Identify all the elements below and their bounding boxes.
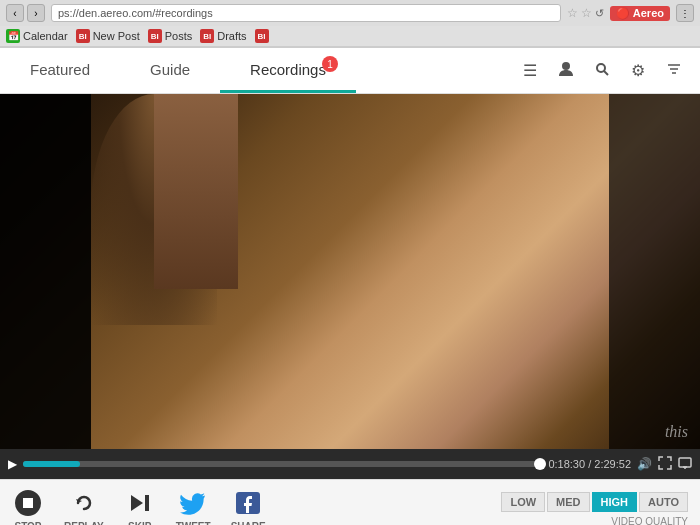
list-view-button[interactable]: ☰ <box>514 55 546 87</box>
svg-rect-10 <box>145 495 149 511</box>
video-frame: this <box>0 94 700 449</box>
quality-med-button[interactable]: MED <box>547 492 589 512</box>
time-total: 2:29:52 <box>594 458 631 470</box>
app-header: Featured Guide Recordings 1 ☰ <box>0 48 700 94</box>
volume-button[interactable]: 🔊 <box>637 457 652 471</box>
bottom-controls: STOP REPLAY SKIP <box>0 479 700 525</box>
play-button[interactable]: ▶ <box>8 457 17 471</box>
replay-label: REPLAY <box>64 521 104 525</box>
search-button[interactable] <box>586 55 618 87</box>
quality-label: VIDEO QUALITY <box>611 516 688 525</box>
svg-point-0 <box>562 62 570 70</box>
progress-bar[interactable] <box>23 461 542 467</box>
forward-button[interactable]: › <box>27 4 45 22</box>
quality-controls: LOW MED HIGH AUTO VIDEO QUALITY <box>501 492 688 525</box>
gear-icon: ⚙ <box>631 61 645 80</box>
progress-fill <box>23 461 80 467</box>
bookmark-newpost[interactable]: BI New Post <box>76 29 140 43</box>
quality-low-button[interactable]: LOW <box>501 492 545 512</box>
svg-line-2 <box>604 71 608 75</box>
time-current: 0:18:30 <box>548 458 585 470</box>
browser-nav-buttons: ‹ › <box>6 4 45 22</box>
filter-icon <box>666 61 682 81</box>
calendar-bookmark-icon: 📅 <box>6 29 20 43</box>
search-icon <box>594 61 610 81</box>
user-icon: 🔴 <box>616 7 630 19</box>
person-icon <box>557 60 575 82</box>
replay-button-group[interactable]: REPLAY <box>64 487 104 525</box>
recordings-badge: 1 <box>322 56 338 72</box>
newpost-bookmark-icon: BI <box>76 29 90 43</box>
time-display: 0:18:30 / 2:29:52 <box>548 458 631 470</box>
fullscreen-button[interactable] <box>658 456 672 473</box>
cast-button[interactable] <box>678 456 692 473</box>
list-icon: ☰ <box>523 61 537 80</box>
bookmark-newpost-label: New Post <box>93 30 140 42</box>
svg-rect-6 <box>679 458 691 467</box>
star-area: ☆ ☆ ↺ <box>567 6 604 20</box>
quality-buttons: LOW MED HIGH AUTO <box>501 492 688 512</box>
video-still <box>0 94 700 449</box>
settings-button[interactable]: ⚙ <box>622 55 654 87</box>
quality-auto-button[interactable]: AUTO <box>639 492 688 512</box>
star-icon-2[interactable]: ☆ <box>581 6 592 20</box>
skip-icon <box>124 487 156 519</box>
bookmark-drafts-label: Drafts <box>217 30 246 42</box>
stop-square <box>23 498 33 508</box>
video-controls-bar: ▶ 0:18:30 / 2:29:52 🔊 <box>0 449 700 479</box>
account-button[interactable] <box>550 55 582 87</box>
svg-marker-9 <box>131 495 143 511</box>
quality-high-button[interactable]: HIGH <box>592 492 638 512</box>
share-button-group[interactable]: SHARE <box>231 487 266 525</box>
bookmark-calendar[interactable]: 📅 Calendar <box>6 29 68 43</box>
url-bar[interactable]: ps://den.aereo.com/#recordings <box>51 4 561 22</box>
tab-featured[interactable]: Featured <box>0 48 120 93</box>
tweet-button-group[interactable]: TWEET <box>176 487 211 525</box>
user-badge[interactable]: 🔴 Aereo <box>610 6 670 21</box>
skip-label: SKIP <box>128 521 151 525</box>
playback-buttons: STOP REPLAY SKIP <box>12 487 266 525</box>
back-button[interactable]: ‹ <box>6 4 24 22</box>
stop-button-group[interactable]: STOP <box>12 487 44 525</box>
tweet-icon <box>177 487 209 519</box>
tweet-label: TWEET <box>176 521 211 525</box>
tab-guide[interactable]: Guide <box>120 48 220 93</box>
refresh-button[interactable]: ↺ <box>595 7 604 20</box>
share-label: SHARE <box>231 521 266 525</box>
network-bug: this <box>665 423 688 441</box>
stop-icon <box>12 487 44 519</box>
browser-chrome: ‹ › ps://den.aereo.com/#recordings ☆ ☆ ↺… <box>0 0 700 48</box>
posts-bookmark-icon: BI <box>148 29 162 43</box>
progress-thumb <box>534 458 546 470</box>
bookmark-posts-label: Posts <box>165 30 193 42</box>
replay-icon <box>68 487 100 519</box>
stop-circle <box>15 490 41 516</box>
share-icon <box>232 487 264 519</box>
bookmark-posts[interactable]: BI Posts <box>148 29 193 43</box>
star-icon[interactable]: ☆ <box>567 6 578 20</box>
skip-button-group[interactable]: SKIP <box>124 487 156 525</box>
bookmark-calendar-label: Calendar <box>23 30 68 42</box>
bookmarks-bar: 📅 Calendar BI New Post BI Posts BI Draft… <box>0 26 700 47</box>
svg-point-1 <box>597 64 605 72</box>
url-text: ps://den.aereo.com/#recordings <box>58 7 213 19</box>
menu-button[interactable]: ⋮ <box>676 4 694 22</box>
extra-bookmark-icon: BI <box>255 29 269 43</box>
video-column <box>154 94 238 289</box>
video-right-bar <box>609 94 700 449</box>
header-actions: ☰ ⚙ <box>504 48 700 93</box>
url-bar-row: ‹ › ps://den.aereo.com/#recordings ☆ ☆ ↺… <box>0 0 700 26</box>
tab-recordings[interactable]: Recordings 1 <box>220 48 356 93</box>
nav-tabs: Featured Guide Recordings 1 <box>0 48 504 93</box>
stop-label: STOP <box>14 521 41 525</box>
video-player: this <box>0 94 700 449</box>
video-left-bar <box>0 94 91 449</box>
drafts-bookmark-icon: BI <box>200 29 214 43</box>
bookmark-drafts[interactable]: BI Drafts <box>200 29 246 43</box>
filter-button[interactable] <box>658 55 690 87</box>
bookmark-extra[interactable]: BI <box>255 29 269 43</box>
